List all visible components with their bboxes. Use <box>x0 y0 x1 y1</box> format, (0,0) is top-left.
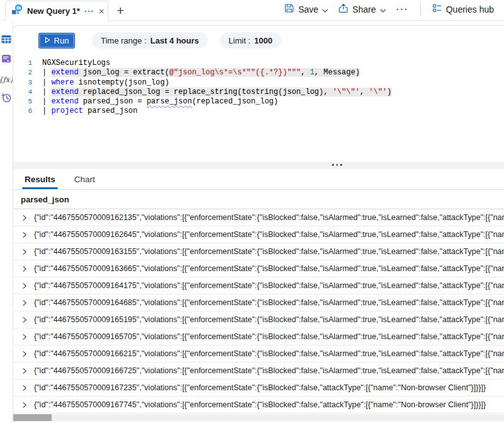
table-row[interactable]: {"id":"4467550570009167235","violations"… <box>13 380 504 397</box>
expand-chevron-icon[interactable] <box>21 368 28 374</box>
queries-hub-icon <box>432 3 442 15</box>
expand-chevron-icon[interactable] <box>21 402 28 409</box>
table-row[interactable]: {"id":"4467550570009164175","violations"… <box>13 277 504 294</box>
code-text: NGXSecurityLogs <box>32 59 110 68</box>
line-number: 4 <box>13 88 32 97</box>
share-button[interactable]: Share <box>336 2 388 16</box>
table-row[interactable]: {"id":"4467550570009166215","violations"… <box>13 345 504 362</box>
save-label: Save <box>298 4 318 14</box>
table-row[interactable]: {"id":"4467550570009163665","violations"… <box>13 260 504 277</box>
new-tab-button[interactable]: + <box>117 4 124 17</box>
time-range-picker[interactable]: Time range : Last 4 hours <box>92 32 208 49</box>
history-icon <box>1 92 12 106</box>
results-tab-strip: Results Chart <box>13 169 504 190</box>
table-row[interactable]: {"id":"4467550570009162645","violations"… <box>13 226 504 243</box>
query-toolbar: Run Time range : Last 4 hours Limit : 10… <box>13 26 504 55</box>
results-rows: {"id":"4467550570009162135","violations"… <box>13 209 504 414</box>
table-row[interactable]: {"id":"4467550570009167745","violations"… <box>13 397 504 414</box>
splitter-dots-icon <box>332 164 342 166</box>
row-json-text: {"id":"4467550570009163155","violations"… <box>34 247 504 256</box>
line-number: 2 <box>13 68 32 78</box>
row-json-text: {"id":"4467550570009164685","violations"… <box>34 298 504 307</box>
expand-chevron-icon[interactable] <box>21 265 28 272</box>
tab-overflow-icon[interactable]: ··· <box>84 6 94 16</box>
code-text: | where isnotempty(json_log) <box>32 78 169 88</box>
horizontal-scrollbar-thumb[interactable] <box>13 414 52 421</box>
run-label: Run <box>54 36 69 45</box>
expand-chevron-icon[interactable] <box>21 385 28 391</box>
queries-hub-button[interactable]: Queries hub <box>430 2 496 16</box>
expand-chevron-icon[interactable] <box>21 231 28 238</box>
row-json-text: {"id":"4467550570009165705","violations"… <box>34 332 504 341</box>
share-label: Share <box>352 4 375 14</box>
close-icon[interactable]: × <box>99 6 105 16</box>
sidebar-item-functions[interactable]: {ƒx} <box>0 74 13 85</box>
tab-actions: Save Share ··· <box>282 2 504 20</box>
left-icon-rail: {ƒx} <box>0 21 13 423</box>
code-lines: 1NGXSecurityLogs2| extend json_log = ext… <box>13 59 504 117</box>
row-json-text: {"id":"4467550570009162135","violations"… <box>34 213 504 222</box>
query-tab[interactable]: New Query 1* ··· × <box>5 1 108 21</box>
line-number: 6 <box>13 107 32 116</box>
expand-chevron-icon[interactable] <box>21 316 28 323</box>
saved-queries-icon <box>1 53 12 67</box>
limit-picker[interactable]: Limit : 1000 <box>220 32 282 49</box>
code-line[interactable]: 1NGXSecurityLogs <box>13 59 504 68</box>
tab-results[interactable]: Results <box>25 169 55 189</box>
code-text: | extend parsed_json = parse_json(replac… <box>32 97 278 107</box>
code-line[interactable]: 4| extend replaced_json_log = replace_st… <box>13 88 504 97</box>
divider <box>420 3 421 16</box>
queries-hub-label: Queries hub <box>446 4 494 14</box>
row-json-text: {"id":"4467550570009162645","violations"… <box>34 230 504 239</box>
line-number: 1 <box>13 59 32 68</box>
table-icon <box>1 33 12 47</box>
tab-title: New Query 1* <box>27 6 80 16</box>
code-text: | extend json_log = extract(@"json_log\s… <box>32 68 360 78</box>
chevron-down-icon <box>322 4 328 14</box>
code-text: | project parsed_json <box>32 107 137 116</box>
tab-bar: New Query 1* ··· × + Save <box>0 0 504 21</box>
sidebar-item-history[interactable] <box>0 93 13 105</box>
table-row[interactable]: {"id":"4467550570009163155","violations"… <box>13 243 504 260</box>
splitter-handle[interactable] <box>13 162 504 169</box>
expand-chevron-icon[interactable] <box>21 333 28 340</box>
play-icon <box>45 36 50 45</box>
main-area: Run Time range : Last 4 hours Limit : 10… <box>13 21 504 423</box>
table-row[interactable]: {"id":"4467550570009166725","violations"… <box>13 362 504 380</box>
query-editor[interactable]: 1NGXSecurityLogs2| extend json_log = ext… <box>13 55 504 117</box>
code-line[interactable]: 3| where isnotempty(json_log) <box>13 78 504 88</box>
table-row[interactable]: {"id":"4467550570009165705","violations"… <box>13 328 504 345</box>
expand-chevron-icon[interactable] <box>21 248 28 255</box>
save-icon <box>284 3 294 15</box>
expand-chevron-icon[interactable] <box>21 282 28 289</box>
more-icon[interactable]: ··· <box>394 4 411 14</box>
table-row[interactable]: {"id":"4467550570009165195","violations"… <box>13 311 504 328</box>
results-panel: Results Chart parsed_json {"id":"4467550… <box>13 169 504 423</box>
expand-chevron-icon[interactable] <box>21 214 28 221</box>
row-json-text: {"id":"4467550570009163665","violations"… <box>34 264 504 273</box>
tab-chart[interactable]: Chart <box>74 169 95 189</box>
run-button[interactable]: Run <box>38 33 75 49</box>
line-number: 3 <box>13 78 32 88</box>
code-line[interactable]: 2| extend json_log = extract(@"json_log\… <box>13 68 504 78</box>
code-line[interactable]: 6| project parsed_json <box>13 107 504 116</box>
code-line[interactable]: 5| extend parsed_json = parse_json(repla… <box>13 97 504 107</box>
functions-icon: {ƒx} <box>0 76 14 84</box>
table-row[interactable]: {"id":"4467550570009164685","violations"… <box>13 294 504 311</box>
expand-chevron-icon[interactable] <box>21 351 28 357</box>
line-number: 5 <box>13 97 32 107</box>
expand-chevron-icon[interactable] <box>21 299 28 306</box>
results-grid: parsed_json {"id":"4467550570009162135",… <box>13 190 504 423</box>
row-json-text: {"id":"4467550570009164175","violations"… <box>34 281 504 290</box>
horizontal-scrollbar[interactable] <box>13 414 504 421</box>
save-button[interactable]: Save <box>282 2 331 16</box>
table-row[interactable]: {"id":"4467550570009162135","violations"… <box>13 209 504 226</box>
sidebar-item-tables[interactable] <box>0 35 13 46</box>
query-panel: Run Time range : Last 4 hours Limit : 10… <box>13 25 504 162</box>
row-json-text: {"id":"4467550570009166215","violations"… <box>34 349 504 358</box>
sidebar-item-saved-queries[interactable] <box>0 54 13 66</box>
share-icon <box>338 3 348 15</box>
code-text: | extend replaced_json_log = replace_str… <box>32 88 392 97</box>
column-header[interactable]: parsed_json <box>13 190 504 209</box>
chevron-down-icon <box>380 4 386 14</box>
